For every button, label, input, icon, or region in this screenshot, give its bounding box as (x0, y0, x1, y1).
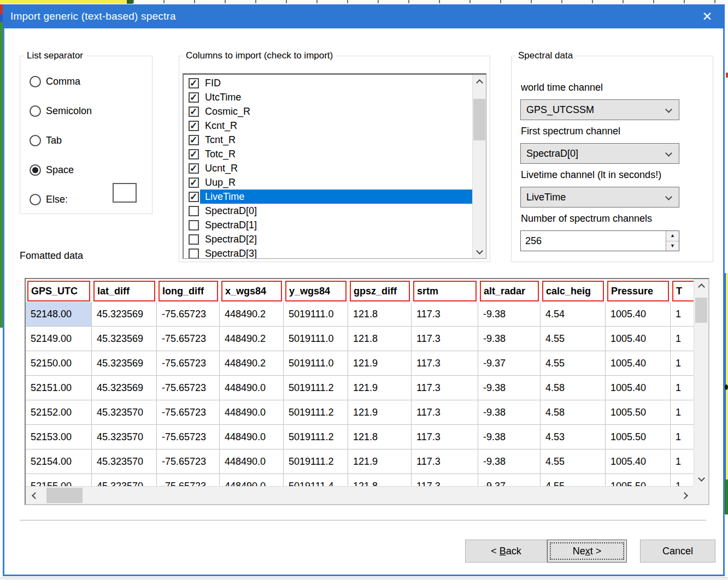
table-cell[interactable]: -9.38 (478, 425, 541, 449)
column-item-Ucnt_R[interactable]: Ucnt_R (184, 161, 472, 175)
scroll-up-button[interactable] (473, 75, 486, 90)
else-separator-input[interactable] (113, 183, 137, 203)
column-header-GPS_UTC[interactable]: GPS_UTC (27, 281, 90, 301)
scroll-left-button[interactable] (27, 487, 43, 504)
table-cell[interactable]: 1005.40 (606, 449, 671, 474)
radio-option-semicolon[interactable]: Semicolon (20, 96, 152, 126)
table-cell[interactable]: 448490.2 (220, 327, 284, 351)
column-header-gpsz_diff[interactable]: gpsz_diff (350, 281, 410, 301)
radio-option-tab[interactable]: Tab (20, 126, 152, 155)
column-item-SpectraD[1][interactable]: SpectraD[1] (184, 218, 472, 232)
columns-list-scrollbar[interactable] (472, 75, 486, 258)
table-cell[interactable]: 117.3 (412, 327, 478, 351)
checkbox-checked-icon[interactable] (189, 92, 199, 103)
table-cell[interactable]: 448490.2 (220, 302, 284, 326)
table-cell[interactable]: 1005.50 (606, 400, 671, 424)
scroll-down-button[interactable] (473, 243, 486, 258)
table-cell[interactable]: -9.38 (478, 327, 541, 351)
checkbox-checked-icon[interactable] (189, 106, 199, 117)
table-cell[interactable]: -9.38 (478, 449, 541, 474)
checkbox-checked-icon[interactable] (189, 192, 199, 202)
table-cell[interactable]: 448490.0 (220, 449, 284, 474)
table-cell[interactable]: 52154.00 (26, 449, 92, 474)
table-cell[interactable]: 1005.40 (606, 302, 671, 326)
table-cell[interactable]: 5019111.0 (284, 327, 348, 351)
table-cell[interactable]: 5019111.0 (284, 302, 348, 326)
checkbox-checked-icon[interactable] (189, 78, 199, 88)
checkbox-checked-icon[interactable] (189, 163, 199, 174)
first-spectrum-channel-combobox[interactable]: SpectraD[0] (520, 143, 679, 164)
table-cell[interactable]: 45.323569 (92, 351, 157, 375)
table-cell[interactable]: 448490.0 (220, 376, 284, 400)
table-cell[interactable]: 5019111.0 (284, 351, 348, 375)
next-button[interactable]: Next > (547, 540, 627, 563)
spin-up-button[interactable]: ▲ (666, 231, 679, 241)
column-item-Totc_R[interactable]: Totc_R (184, 147, 472, 161)
table-cell[interactable]: 52148.00 (26, 302, 92, 326)
column-header-Pressure[interactable]: Pressure (607, 281, 669, 301)
table-cell[interactable]: 52152.00 (26, 400, 92, 424)
table-cell[interactable]: 117.3 (412, 351, 478, 375)
table-cell[interactable]: -75.65723 (157, 376, 220, 400)
column-header-y_wgs84[interactable]: y_wgs84 (285, 281, 347, 301)
column-item-Kcnt_R[interactable]: Kcnt_R (184, 119, 472, 133)
table-cell[interactable]: 117.3 (412, 376, 478, 400)
table-cell[interactable]: 52149.00 (26, 327, 92, 351)
table-cell[interactable]: 52153.00 (26, 425, 92, 449)
radio-option-space[interactable]: Space (20, 155, 152, 185)
table-cell[interactable]: -9.38 (478, 400, 541, 424)
table-cell[interactable]: -75.65723 (157, 425, 220, 449)
table-cell[interactable]: 4.55 (541, 449, 606, 474)
table-cell[interactable]: 45.323570 (92, 425, 157, 449)
column-item-LiveTime[interactable]: LiveTime (184, 190, 472, 204)
scrollbar-thumb[interactable] (695, 298, 707, 323)
close-button[interactable]: ✕ (694, 4, 720, 28)
table-cell[interactable]: -75.65723 (157, 400, 220, 424)
spectrum-channels-spinbox[interactable]: 256 ▲ ▼ (520, 230, 679, 251)
world-time-channel-combobox[interactable]: GPS_UTCSSM (520, 99, 679, 120)
table-cell[interactable]: -75.65723 (157, 302, 220, 326)
column-item-Uup_R[interactable]: Uup_R (184, 175, 472, 190)
table-cell[interactable]: 448490.2 (220, 351, 284, 375)
table-cell[interactable]: 5019111.2 (284, 376, 348, 400)
table-cell[interactable]: 45.323570 (92, 400, 157, 424)
column-item-UtcTime[interactable]: UtcTime (184, 90, 472, 104)
checkbox-unchecked-icon[interactable] (189, 248, 199, 259)
scroll-right-button[interactable] (676, 487, 692, 504)
column-header-srtm[interactable]: srtm (413, 281, 477, 301)
table-cell[interactable]: -9.38 (478, 376, 541, 400)
table-cell[interactable]: 121.8 (348, 327, 412, 351)
table-cell[interactable]: 45.323569 (92, 376, 157, 400)
cancel-button[interactable]: Cancel (640, 540, 715, 563)
table-cell[interactable]: 4.55 (541, 327, 606, 351)
table-cell[interactable]: 121.8 (348, 425, 412, 449)
table-cell[interactable]: 1005.50 (606, 425, 671, 449)
column-header-long_diff[interactable]: long_diff (158, 281, 218, 301)
column-header-calc_heig[interactable]: calc_heig (542, 281, 604, 301)
checkbox-checked-icon[interactable] (189, 177, 199, 188)
column-header-x_wgs84[interactable]: x_wgs84 (221, 281, 282, 301)
table-cell[interactable]: -9.38 (478, 302, 541, 326)
table-cell[interactable]: 121.9 (348, 449, 412, 474)
column-item-SpectraD[0][interactable]: SpectraD[0] (184, 204, 472, 218)
table-cell[interactable]: 4.53 (541, 425, 606, 449)
columns-listbox[interactable]: FIDUtcTimeCosmic_RKcnt_RTcnt_RTotc_RUcnt… (183, 73, 486, 259)
table-cell[interactable]: 45.323569 (92, 302, 157, 326)
table-cell[interactable]: 121.9 (348, 400, 412, 424)
table-cell[interactable]: 52150.00 (26, 351, 92, 375)
checkbox-unchecked-icon[interactable] (189, 234, 199, 245)
table-vertical-scrollbar[interactable] (694, 279, 708, 486)
scrollbar-thumb[interactable] (473, 99, 485, 140)
table-cell[interactable]: -9.37 (478, 351, 541, 375)
column-item-SpectraD[2][interactable]: SpectraD[2] (184, 232, 472, 246)
table-cell[interactable]: 45.323569 (92, 327, 157, 351)
table-cell[interactable]: 121.9 (348, 351, 412, 375)
radio-option-comma[interactable]: Comma (20, 67, 152, 96)
table-cell[interactable]: 448490.0 (220, 400, 284, 424)
scroll-down-button[interactable] (694, 471, 708, 485)
table-horizontal-scrollbar[interactable] (26, 486, 694, 504)
column-header-alt_radar[interactable]: alt_radar (480, 281, 539, 301)
scrollbar-thumb[interactable] (46, 488, 83, 503)
column-header-lat_diff[interactable]: lat_diff (93, 281, 155, 301)
column-item-Tcnt_R[interactable]: Tcnt_R (184, 133, 472, 147)
